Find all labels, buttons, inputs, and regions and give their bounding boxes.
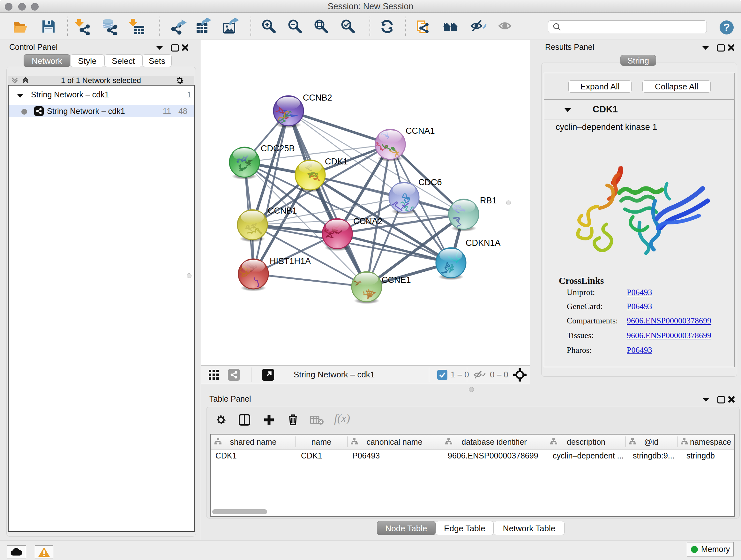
svg-text:CDC6: CDC6: [418, 178, 442, 187]
svg-text:CDK1: CDK1: [325, 157, 348, 166]
svg-text:CDKN1A: CDKN1A: [466, 238, 501, 248]
svg-text:CCNB2: CCNB2: [303, 93, 332, 103]
svg-text:CCNA2: CCNA2: [353, 216, 383, 226]
svg-text:?: ?: [724, 21, 730, 33]
svg-text:CCNE1: CCNE1: [382, 275, 411, 285]
svg-text:CDC25B: CDC25B: [261, 144, 295, 153]
svg-text:RB1: RB1: [480, 196, 497, 205]
svg-text:CCNB1: CCNB1: [268, 206, 297, 215]
svg-text:HIST1H1A: HIST1H1A: [270, 256, 311, 266]
svg-text:CCNA1: CCNA1: [406, 126, 435, 136]
